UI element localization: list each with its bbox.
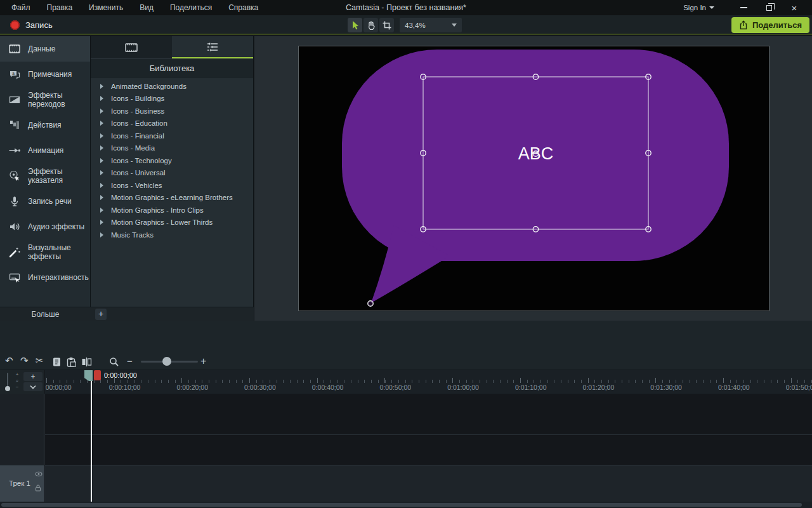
playhead-marker[interactable]: [94, 370, 101, 380]
more-label[interactable]: Больше: [0, 310, 91, 319]
track1-header[interactable]: Трек 1: [0, 465, 44, 502]
sign-in-button[interactable]: Sign In: [683, 4, 714, 11]
cut-button[interactable]: ✂: [36, 355, 44, 366]
playhead-line[interactable]: [91, 380, 92, 502]
paste-icon: [66, 357, 76, 367]
sidebar-item-voice-narration[interactable]: Запись речи: [0, 189, 90, 214]
canvas-zoom-dropdown[interactable]: 43,4%: [400, 18, 462, 32]
library-item-label: Animated Backgrounds: [111, 83, 187, 90]
track-visibility-eye-icon[interactable]: [35, 471, 43, 477]
canvas-text: ABC: [518, 144, 554, 163]
sidebar-item-label: Эффекты переходов: [28, 91, 90, 109]
library-item[interactable]: Icons - Media: [91, 142, 253, 155]
voice-narration-icon: [8, 195, 21, 208]
library-item[interactable]: Icons - Universal: [91, 167, 253, 180]
library-item[interactable]: Music Tracks: [91, 229, 253, 241]
timeline: 0:00:00;000:00:10;000:00:20;000:00:30;00…: [0, 370, 812, 508]
chevron-right-icon: [100, 109, 103, 114]
timeline-toolbar: ↶ ↷ ✂: [0, 354, 812, 370]
menu-modify[interactable]: Изменить: [89, 3, 123, 12]
redo-button[interactable]: ↷: [20, 355, 29, 366]
menu-help[interactable]: Справка: [228, 3, 258, 12]
collapse-tracks-button[interactable]: [23, 382, 43, 391]
cursor-tool-button[interactable]: [348, 18, 362, 32]
library-item[interactable]: Motion Graphics - Intro Clips: [91, 204, 253, 217]
preview-stage[interactable]: ABC: [298, 46, 769, 311]
sidebar-item-audio-effects[interactable]: Аудио эффекты: [0, 214, 90, 239]
track-lock-icon[interactable]: [35, 485, 41, 491]
export-icon: [739, 20, 748, 30]
split-button[interactable]: [81, 357, 92, 367]
sign-in-label: Sign In: [683, 4, 706, 11]
library-item[interactable]: Icons - Education: [91, 117, 253, 130]
library-item[interactable]: Icons - Business: [91, 105, 253, 117]
sidebar-item-visual-effects[interactable]: Визуальные эффекты: [0, 239, 90, 265]
close-button[interactable]: ×: [782, 0, 807, 15]
library-item[interactable]: Animated Backgrounds: [91, 80, 253, 93]
menu-edit[interactable]: Правка: [47, 3, 73, 12]
share-button[interactable]: Поделиться: [731, 17, 809, 33]
record-button[interactable]: Запись: [5, 17, 58, 33]
timeline-ruler[interactable]: 0:00:00;000:00:10;000:00:20;000:00:30;00…: [45, 370, 812, 394]
tab-library[interactable]: [172, 36, 253, 58]
library-item-label: Motion Graphics - Intro Clips: [111, 206, 204, 214]
library-item[interactable]: Icons - Financial: [91, 130, 253, 142]
library-item[interactable]: Motion Graphics - Lower Thirds: [91, 217, 253, 229]
crop-tool-button[interactable]: [379, 18, 394, 32]
ruler-time-label: 0:01:20;00: [583, 384, 615, 391]
chevron-down-icon: [30, 385, 36, 389]
speech-bubble-callout[interactable]: ABC: [299, 46, 770, 312]
media-tab-icon: [124, 41, 138, 54]
library-item[interactable]: Motion Graphics - eLearning Brothers: [91, 192, 253, 204]
timeline-search-button[interactable]: [109, 357, 119, 367]
timeline-zoom-slider-thumb[interactable]: [162, 357, 171, 366]
undo-button[interactable]: ↶: [5, 355, 13, 366]
canvas-zoom-value: 43,4%: [405, 22, 452, 29]
add-track-button[interactable]: +: [23, 372, 43, 381]
menu-view[interactable]: Вид: [140, 3, 154, 12]
restore-button[interactable]: [756, 0, 782, 15]
timeline-zoom-out-button[interactable]: −: [127, 356, 133, 366]
scrollbar-handle[interactable]: [1, 503, 802, 507]
timeline-rows[interactable]: 0:00:00;000:00:10;000:00:20;000:00:30;00…: [45, 370, 812, 508]
library-panel: Библиотека Animated BackgroundsIcons - B…: [91, 36, 254, 307]
sidebar-item-label: Запись речи: [28, 197, 72, 206]
library-list: Animated BackgroundsIcons - BuildingsIco…: [91, 77, 253, 241]
pan-tool-button[interactable]: [363, 18, 378, 32]
library-item[interactable]: Icons - Vehicles: [91, 179, 253, 192]
playback-bar: ⚙ Свойства: [0, 321, 812, 354]
sidebar-item-label: Анимация: [28, 146, 63, 155]
minimize-button[interactable]: [731, 0, 756, 15]
sidebar-item-annotations[interactable]: a Примечания: [0, 62, 90, 87]
sidebar-item-behaviors[interactable]: Действия: [0, 112, 90, 138]
audio-effects-icon: [8, 220, 21, 233]
menu-share[interactable]: Поделиться: [170, 3, 212, 12]
chevron-right-icon: [100, 84, 103, 89]
tab-media[interactable]: [91, 36, 172, 58]
ruler-time-label: 0:00:20;00: [176, 384, 208, 391]
track-zoom-control[interactable]: +⌕−: [13, 371, 21, 392]
copy-button[interactable]: [52, 357, 62, 367]
sidebar-item-media[interactable]: Данные: [0, 36, 90, 62]
sidebar-item-interactivity[interactable]: Интерактивность: [0, 265, 90, 290]
restore-icon: [766, 5, 772, 11]
library-item-label: Music Tracks: [111, 231, 154, 239]
menu-file[interactable]: Файл: [11, 3, 30, 12]
add-tab-button[interactable]: +: [95, 309, 107, 320]
crop-icon: [382, 20, 392, 30]
library-item-label: Icons - Media: [111, 144, 155, 152]
sidebar-item-cursor-effects[interactable]: Эффекты указателя: [0, 163, 90, 189]
sidebar-item-label: Интерактивность: [28, 273, 89, 282]
track-height-slider-thumb[interactable]: [5, 386, 10, 391]
track1-lane[interactable]: [45, 465, 812, 502]
timeline-zoom-in-button[interactable]: +: [200, 356, 206, 367]
sidebar-item-animations[interactable]: Анимация: [0, 138, 90, 163]
media-icon: [8, 43, 21, 55]
sidebar-item-transitions[interactable]: Эффекты переходов: [0, 87, 90, 112]
close-icon: ×: [792, 3, 797, 13]
library-item[interactable]: Icons - Technology: [91, 154, 253, 167]
sidebar-item-label: Эффекты указателя: [28, 167, 90, 185]
paste-button[interactable]: [66, 357, 76, 367]
timeline-horizontal-scrollbar[interactable]: [0, 502, 812, 508]
library-item[interactable]: Icons - Buildings: [91, 93, 253, 105]
